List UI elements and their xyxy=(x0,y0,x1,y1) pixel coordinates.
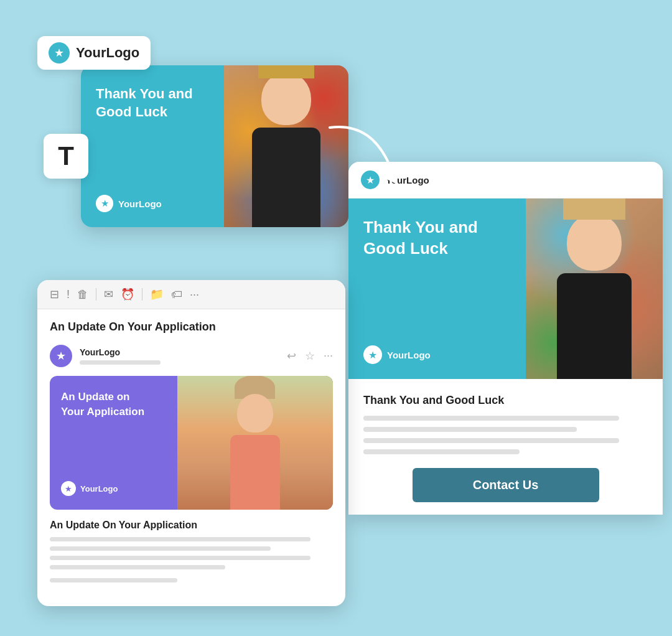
ec-content-title: An Update On Your Application xyxy=(50,520,333,531)
mail-icon[interactable]: ✉ xyxy=(104,288,113,301)
star-action-icon[interactable]: ☆ xyxy=(305,349,315,363)
trash-icon[interactable]: 🗑 xyxy=(77,288,88,301)
ec-from-row: ★ YourLogo ↩ ☆ ··· xyxy=(37,340,345,376)
ec-star-icon: ★ xyxy=(61,481,76,496)
ec-mini-photo xyxy=(177,376,333,510)
svg-marker-0 xyxy=(383,170,398,185)
sender-avatar: ★ xyxy=(50,345,72,367)
ev-text-line-4 xyxy=(363,449,520,454)
ec-mini-left: An Update onYour Application ★ YourLogo xyxy=(50,376,177,510)
ec-line-2 xyxy=(50,546,271,551)
sender-name: YourLogo xyxy=(80,347,279,357)
ec-email-body: An Update onYour Application ★ YourLogo xyxy=(37,376,345,606)
alert-icon[interactable]: ! xyxy=(67,288,70,301)
star-icon: ★ xyxy=(49,42,70,63)
ec-logo-label: YourLogo xyxy=(80,484,118,493)
more-icon[interactable]: ··· xyxy=(190,288,199,301)
ep-logo-row: ★ YourLogo xyxy=(96,195,209,212)
logo-text: YourLogo xyxy=(76,45,139,61)
archive-icon[interactable]: ⊟ xyxy=(50,288,59,301)
contact-us-button[interactable]: Contact Us xyxy=(413,468,599,502)
toolbar-divider-2 xyxy=(142,288,142,301)
ev-banner-title: Thank You andGood Luck xyxy=(363,217,511,260)
ep-left-content: Thank You and Good Luck ★ YourLogo xyxy=(81,65,224,227)
logo-badge-top: ★ YourLogo xyxy=(37,36,151,70)
toolbar-divider-1 xyxy=(96,288,96,301)
ec-line-5 xyxy=(50,578,177,582)
ev-banner-left: Thank You andGood Luck ★ YourLogo xyxy=(348,199,526,379)
ev-banner: Thank You andGood Luck ★ YourLogo xyxy=(348,199,663,379)
ec-mini-title: An Update onYour Application xyxy=(61,390,166,419)
ev-content: Thank You and Good Luck Contact Us xyxy=(348,379,663,515)
text-format-icon[interactable]: T xyxy=(44,134,88,179)
more-action-icon[interactable]: ··· xyxy=(324,349,333,363)
ec-line-4 xyxy=(50,565,225,569)
email-actions: ↩ ☆ ··· xyxy=(287,349,333,363)
email-client-panel: ⊟ ! 🗑 ✉ ⏰ 📁 🏷 ··· An Update On Your Appl… xyxy=(37,280,345,606)
ev-banner-photo xyxy=(526,199,663,379)
ec-line-1 xyxy=(50,537,310,541)
ec-toolbar: ⊟ ! 🗑 ✉ ⏰ 📁 🏷 ··· xyxy=(37,280,345,309)
tag-icon[interactable]: 🏷 xyxy=(171,288,182,301)
sender-email-line xyxy=(80,360,161,365)
t-symbol: T xyxy=(58,141,74,171)
ev-banner-logo-row: ★ YourLogo xyxy=(363,345,511,364)
clock-icon[interactable]: ⏰ xyxy=(121,288,134,301)
ev-text-line-2 xyxy=(363,427,577,432)
email-viewer-panel: ★ YourLogo Thank You andGood Luck ★ Your… xyxy=(348,162,663,515)
ev-content-title: Thank You and Good Luck xyxy=(363,394,648,407)
ev-star-icon: ★ xyxy=(363,345,382,364)
folder-icon[interactable]: 📁 xyxy=(150,288,164,301)
ep-star-icon: ★ xyxy=(96,195,113,212)
ec-from-info: YourLogo xyxy=(80,347,279,365)
ep-title: Thank You and Good Luck xyxy=(96,85,209,121)
ep-logo-label: YourLogo xyxy=(118,199,162,209)
reply-icon[interactable]: ↩ xyxy=(287,349,296,363)
ev-text-line-1 xyxy=(363,416,619,421)
arrow-decoration xyxy=(324,115,411,196)
ec-mini-logo-row: ★ YourLogo xyxy=(61,481,166,496)
ev-text-line-3 xyxy=(363,438,619,443)
ev-logo-label: YourLogo xyxy=(387,350,431,360)
email-preview-card-top: Thank You and Good Luck ★ YourLogo xyxy=(81,65,348,227)
email-subject: An Update On Your Application xyxy=(37,309,345,340)
ev-btn-wrapper: Contact Us xyxy=(363,468,648,502)
ec-mini-card: An Update onYour Application ★ YourLogo xyxy=(50,376,333,510)
ec-content-below: An Update On Your Application xyxy=(50,520,333,594)
ec-line-3 xyxy=(50,556,310,560)
